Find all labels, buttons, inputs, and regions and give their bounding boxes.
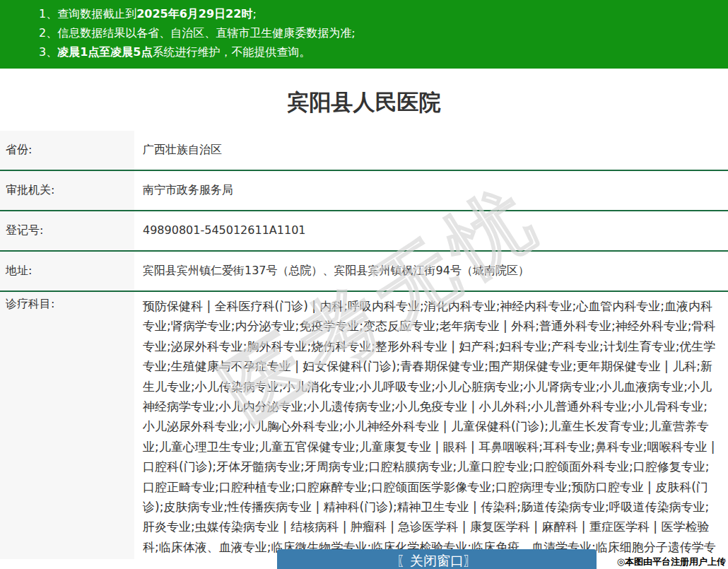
row-address: 地址: 宾阳县宾州镇仁爱街137号（总院）、宾阳县宾州镇枫江街94号（城南院区） [0, 252, 728, 292]
notice-bold-text: 2025年6月29日22时 [136, 7, 252, 20]
field-label-approval-authority: 审批机关: [0, 171, 134, 210]
image-credit-text: ◎本图由平台注册用户上传 [617, 556, 726, 568]
notice-line-2: 2、信息数据结果以各省、自治区、直辖市卫生健康委数据为准; [39, 23, 714, 42]
row-province: 省份: 广西壮族自治区 [0, 131, 728, 171]
field-value-province: 广西壮族自治区 [134, 131, 728, 170]
row-registration-number: 登记号: 49890801-545012611A1101 [0, 211, 728, 252]
notice-bold-text: 凌晨1点至凌晨5点 [57, 45, 152, 59]
hospital-query-result-page: 1、查询数据截止到2025年6月29日22时; 2、信息数据结果以各省、自治区、… [0, 0, 728, 569]
notice-text: 1、查询数据截止到 [39, 7, 136, 20]
field-label-departments: 诊疗科目: [0, 292, 134, 559]
field-value-registration-number: 49890801-545012611A1101 [134, 211, 728, 250]
notice-banner: 1、查询数据截止到2025年6月29日22时; 2、信息数据结果以各省、自治区、… [0, 0, 728, 69]
field-label-registration-number: 登记号: [0, 211, 134, 250]
page-title: 宾阳县人民医院 [0, 69, 728, 131]
field-label-province: 省份: [0, 131, 134, 170]
notice-text: 3、 [39, 45, 57, 59]
notice-text: 系统进行维护，不能提供查询。 [152, 45, 310, 59]
notice-line-1: 1、查询数据截止到2025年6月29日22时; [39, 4, 714, 23]
field-value-approval-authority: 南宁市政务服务局 [134, 171, 728, 210]
field-value-address: 宾阳县宾州镇仁爱街137号（总院）、宾阳县宾州镇枫江街94号（城南院区） [134, 252, 728, 291]
notice-text: ; [252, 7, 256, 20]
notice-text: 2、信息数据结果以各省、自治区、直辖市卫生健康委数据为准; [39, 26, 356, 40]
notice-line-3: 3、凌晨1点至凌晨5点系统进行维护，不能提供查询。 [39, 42, 714, 61]
hospital-info-table: 省份: 广西壮族自治区 审批机关: 南宁市政务服务局 登记号: 49890801… [0, 131, 728, 559]
close-window-button[interactable]: 〖关闭窗口〗 [277, 549, 597, 569]
row-approval-authority: 审批机关: 南宁市政务服务局 [0, 171, 728, 211]
field-label-address: 地址: [0, 252, 134, 291]
row-departments: 诊疗科目: 预防保健科 | 全科医疗科(门诊) | 内科;呼吸内科专业;消化内科… [0, 292, 728, 559]
field-value-departments: 预防保健科 | 全科医疗科(门诊) | 内科;呼吸内科专业;消化内科专业;神经内… [134, 292, 728, 559]
